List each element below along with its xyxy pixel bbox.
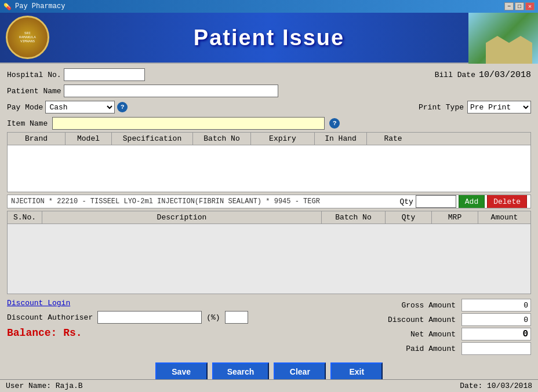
building-decoration (480, 29, 538, 64)
qty-input[interactable] (416, 195, 456, 208)
exit-button[interactable]: Exit (330, 362, 383, 381)
bill-table-header: S.No. Description Batch No Qty MRP Amoun… (8, 211, 530, 224)
banner-title: Patient Issue (194, 25, 344, 50)
col-batchno: Batch No (193, 133, 251, 145)
bottom-left: Discount Login Discount Authoriser (%) B… (7, 299, 340, 357)
col-sno: S.No. (8, 211, 42, 224)
item-name-help-icon[interactable]: ? (329, 118, 340, 129)
pay-mode-row: Pay Mode Cash ? Print Type Pre Print (7, 101, 531, 113)
status-bar: User Name: Raja.B Date: 10/03/2018 (0, 379, 538, 392)
gross-amount-label: Gross Amount (346, 301, 461, 310)
patient-name-label: Patient Name (7, 87, 61, 96)
gross-amount-value: 0 (461, 299, 531, 312)
col-mrp: MRP (432, 211, 478, 224)
action-buttons: Save Search Clear Exit (7, 362, 531, 381)
balance-display: Balance: Rs. (7, 327, 340, 339)
delete-button[interactable]: Delete (487, 195, 527, 208)
discount-amount-value: 0 (461, 313, 531, 326)
discount-authoriser-input[interactable] (97, 311, 202, 324)
bill-table-body (8, 224, 530, 294)
banner-image (468, 13, 538, 64)
discount-authoriser-label: Discount Authoriser (7, 313, 93, 322)
add-button[interactable]: Add (459, 195, 485, 208)
user-info: User Name: Raja.B (6, 382, 83, 390)
discount-amount-label: Discount Amount (346, 316, 461, 324)
col-inhand: In Hand (315, 133, 367, 145)
paid-amount-input[interactable] (461, 342, 531, 355)
search-button[interactable]: Search (212, 362, 270, 381)
print-type-select[interactable]: Pre Print (467, 101, 531, 113)
app-title: Pay Pharmacy (15, 2, 65, 10)
net-amount-label: Net Amount (346, 330, 461, 339)
balance-text: Balance: Rs. (7, 327, 82, 339)
discount-amount-row: Discount Amount 0 (346, 313, 531, 326)
items-table-header: Brand Model Specification Batch No Expir… (8, 133, 530, 145)
col-amount: Amount (478, 211, 530, 224)
col-description: Description (42, 211, 322, 224)
minimize-button[interactable]: − (504, 2, 514, 10)
patient-name-row: Patient Name (7, 85, 531, 97)
bill-date-label: Bill Date (435, 71, 475, 79)
pay-mode-select[interactable]: Cash (45, 101, 115, 113)
net-amount-value: 0 (461, 328, 531, 340)
discount-authoriser-row: Discount Authoriser (%) (7, 311, 340, 324)
banner: SRIRAMAKULAVIMHANS Patient Issue (0, 13, 538, 64)
discount-percent-label: (%) (206, 313, 220, 322)
close-button[interactable]: ✕ (525, 2, 535, 10)
items-table-body (8, 145, 530, 192)
net-amount-row: Net Amount 0 (346, 328, 531, 340)
logo-text: SRIRAMAKULAVIMHANS (19, 31, 36, 44)
logo: SRIRAMAKULAVIMHANS (6, 16, 49, 59)
bill-date-value: 10/03/2018 (479, 70, 531, 80)
paid-amount-label: Paid Amount (346, 345, 461, 353)
clear-button[interactable]: Clear (274, 362, 326, 381)
item-name-row: Item Name ? (7, 117, 531, 130)
qty-label: Qty (399, 197, 413, 206)
items-lookup-table: Brand Model Specification Batch No Expir… (7, 132, 531, 192)
pay-mode-help-icon[interactable]: ? (117, 102, 128, 112)
title-bar-buttons: − □ ✕ (504, 2, 535, 10)
col-rate: Rate (367, 133, 419, 145)
col-brand: Brand (8, 133, 66, 145)
hospital-no-input[interactable] (64, 68, 145, 81)
hospital-row: Hospital No. Bill Date 10/03/2018 (7, 68, 531, 81)
date-info: Date: 10/03/2018 (460, 382, 532, 390)
scroll-row: NJECTION * 22210 - TISSEEL LYO-2ml INJEC… (7, 195, 531, 208)
item-name-label: Item Name (7, 119, 48, 128)
maximize-button[interactable]: □ (515, 2, 524, 10)
col-specification: Specification (112, 133, 193, 145)
main-content: Hospital No. Bill Date 10/03/2018 Patien… (0, 64, 538, 386)
item-name-input[interactable] (52, 117, 325, 130)
app-icon: 💊 (3, 3, 12, 10)
patient-name-input[interactable] (64, 85, 278, 97)
discount-percent-input[interactable] (225, 311, 248, 324)
col-expiry: Expiry (251, 133, 315, 145)
title-bar: 💊 Pay Pharmacy − □ ✕ (0, 0, 538, 13)
print-type-label: Print Type (419, 103, 464, 112)
scroll-text: NJECTION * 22210 - TISSEEL LYO-2ml INJEC… (11, 197, 320, 206)
qty-section: Qty Add Delete (399, 195, 527, 208)
pay-mode-label: Pay Mode (7, 103, 43, 112)
paid-amount-row: Paid Amount (346, 342, 531, 355)
bill-table: S.No. Description Batch No Qty MRP Amoun… (7, 211, 531, 294)
bottom-section: Discount Login Discount Authoriser (%) B… (7, 299, 531, 357)
bottom-right: Gross Amount 0 Discount Amount 0 Net Amo… (346, 299, 531, 357)
hospital-no-label: Hospital No. (7, 71, 61, 79)
col-batchno2: Batch No (322, 211, 386, 224)
col-qty2: Qty (386, 211, 432, 224)
col-model: Model (66, 133, 112, 145)
gross-amount-row: Gross Amount 0 (346, 299, 531, 312)
title-bar-left: 💊 Pay Pharmacy (3, 2, 65, 10)
save-button[interactable]: Save (155, 362, 208, 381)
discount-login-link[interactable]: Discount Login (7, 299, 340, 307)
